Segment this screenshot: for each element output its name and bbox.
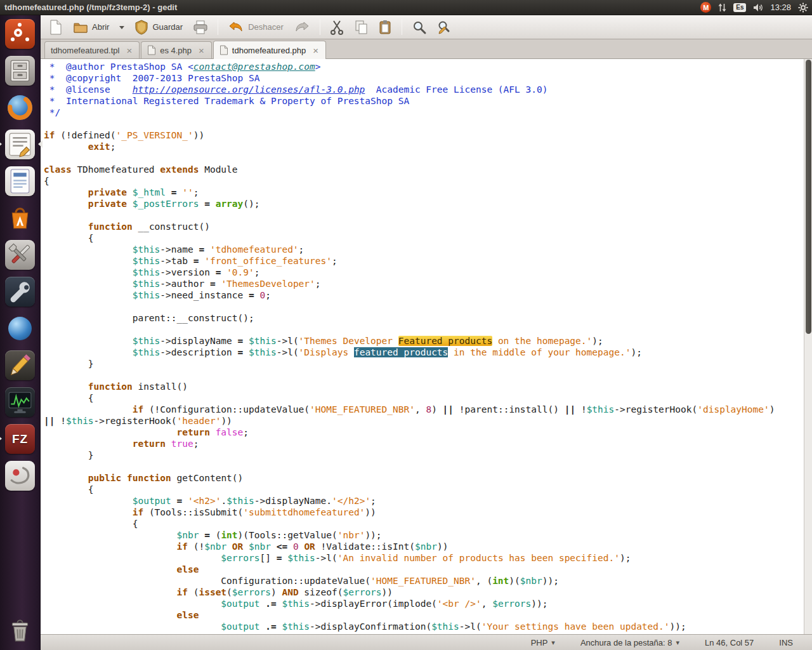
chevron-down-icon	[119, 26, 124, 32]
tab-bar: tdhomefeatured.tpl × es 4.php × tdhomefe…	[41, 39, 812, 59]
top-panel: tdhomefeatured.php (/tmp/fz3temp-2) - ge…	[0, 0, 812, 15]
blue-sphere-icon	[8, 317, 32, 340]
session-gear-icon[interactable]	[798, 3, 808, 13]
open-button-label: Abrir	[92, 22, 109, 32]
window-title: tdhomefeatured.php (/tmp/fz3temp-2) - ge…	[4, 3, 177, 12]
file-cabinet-icon	[5, 56, 35, 86]
save-button-label: Guardar	[152, 22, 183, 32]
launcher-dev-tool[interactable]	[5, 277, 35, 307]
language-selector[interactable]: PHP ▾	[531, 638, 555, 647]
swirl-app-icon	[5, 461, 35, 491]
unity-launcher: FZ	[0, 15, 41, 650]
copy-icon	[354, 20, 368, 35]
tab-label: es 4.php	[160, 46, 192, 55]
find-button[interactable]	[407, 18, 431, 37]
toolbar-separator	[320, 19, 320, 35]
undo-arrow-icon	[228, 20, 244, 35]
crossed-tools-icon	[5, 240, 35, 270]
open-dropdown-arrow[interactable]	[115, 21, 129, 34]
cursor-position: Ln 46, Col 57	[705, 638, 754, 647]
launcher-dash-home[interactable]	[5, 19, 35, 49]
scissors-icon	[330, 20, 344, 35]
launcher-system-monitor[interactable]	[5, 387, 35, 417]
status-bar: PHP ▾ Anchura de la pestaña: 8 ▾ Ln 46, …	[41, 634, 812, 650]
wrench-icon	[5, 277, 35, 307]
filezilla-fz-icon: FZ	[5, 424, 35, 454]
paste-button[interactable]	[374, 18, 396, 37]
cut-button[interactable]	[325, 18, 348, 37]
launcher-system-settings[interactable]	[5, 240, 35, 270]
search-icon	[412, 20, 427, 35]
scrollbar-thumb[interactable]	[806, 60, 811, 334]
code-editor[interactable]: * @author PrestaShop SA <contact@prestas…	[41, 59, 812, 634]
open-folder-icon	[73, 20, 88, 35]
save-button[interactable]: Guardar	[130, 18, 187, 37]
open-button[interactable]: Abrir	[69, 18, 114, 37]
firefox-fox-arc-icon	[5, 93, 35, 123]
shopping-bag-icon	[5, 203, 35, 233]
launcher-gedit[interactable]	[5, 129, 35, 159]
copy-button[interactable]	[350, 18, 372, 37]
gedit-window: Abrir Guardar Deshacer	[41, 15, 812, 650]
clock[interactable]: 13:28	[770, 3, 791, 12]
search-replace-icon	[437, 20, 452, 35]
launcher-filezilla[interactable]: FZ	[5, 424, 35, 454]
print-button[interactable]	[188, 18, 213, 37]
redo-arrow-icon	[294, 20, 310, 35]
chevron-down-icon: ▾	[551, 639, 555, 647]
launcher-pencil-app[interactable]	[5, 350, 35, 380]
text-editor-icon	[5, 129, 35, 159]
undo-button-label: Deshacer	[248, 22, 284, 32]
tab-es4-php[interactable]: es 4.php ×	[141, 41, 212, 58]
launcher-extra-app[interactable]	[5, 461, 35, 491]
tab-tdhomefeatured-php[interactable]: tdhomefeatured.php ×	[213, 41, 326, 59]
tab-label: tdhomefeatured.php	[232, 46, 306, 55]
tab-close-icon[interactable]: ×	[197, 46, 206, 55]
waveform-monitor-icon	[5, 387, 35, 417]
writer-document-icon	[5, 166, 35, 196]
editor-scrollbar[interactable]	[804, 59, 812, 634]
tab-width-selector[interactable]: Anchura de la pestaña: 8 ▾	[580, 638, 679, 647]
launcher-software-center[interactable]	[5, 203, 35, 233]
launcher-items: FZ	[0, 15, 40, 491]
launcher-files[interactable]	[5, 56, 35, 86]
ubuntu-logo-icon	[14, 29, 22, 37]
find-replace-button[interactable]	[433, 18, 457, 37]
tab-label: tdhomefeatured.tpl	[51, 46, 119, 55]
launcher-web-app[interactable]	[5, 314, 35, 343]
toolbar: Abrir Guardar Deshacer	[41, 15, 812, 39]
code-lines[interactable]: * @author PrestaShop SA <contact@prestas…	[41, 59, 804, 634]
document-icon	[147, 45, 156, 55]
redo-button[interactable]	[289, 18, 315, 37]
tab-close-icon[interactable]: ×	[311, 46, 320, 55]
tab-tdhomefeatured-tpl[interactable]: tdhomefeatured.tpl ×	[44, 41, 140, 58]
new-document-button[interactable]	[44, 18, 67, 37]
launcher-trash[interactable]	[5, 615, 35, 645]
chevron-down-icon: ▾	[676, 639, 679, 647]
undo-button[interactable]: Deshacer	[223, 18, 288, 37]
keyboard-layout-indicator[interactable]: Es	[733, 3, 746, 12]
print-icon	[193, 20, 208, 35]
save-icon	[134, 20, 148, 35]
volume-icon[interactable]	[753, 3, 763, 12]
tab-width-label: Anchura de la pestaña: 8	[580, 638, 672, 647]
launcher-firefox[interactable]	[5, 93, 35, 123]
pencil-icon	[5, 350, 35, 380]
toolbar-separator	[218, 19, 218, 35]
network-arrows-icon[interactable]	[718, 3, 726, 12]
indicator-area: M Es 13:28	[700, 2, 812, 13]
language-label: PHP	[531, 638, 548, 647]
tab-close-icon[interactable]: ×	[125, 46, 133, 55]
trash-can-icon	[5, 615, 35, 645]
launcher-writer[interactable]	[5, 166, 35, 196]
messaging-m-badge[interactable]: M	[700, 2, 711, 13]
document-icon	[219, 45, 228, 55]
toolbar-separator	[402, 19, 402, 35]
new-document-icon	[49, 20, 63, 35]
paste-clipboard-icon	[378, 20, 392, 35]
insert-mode-indicator: INS	[779, 638, 793, 647]
